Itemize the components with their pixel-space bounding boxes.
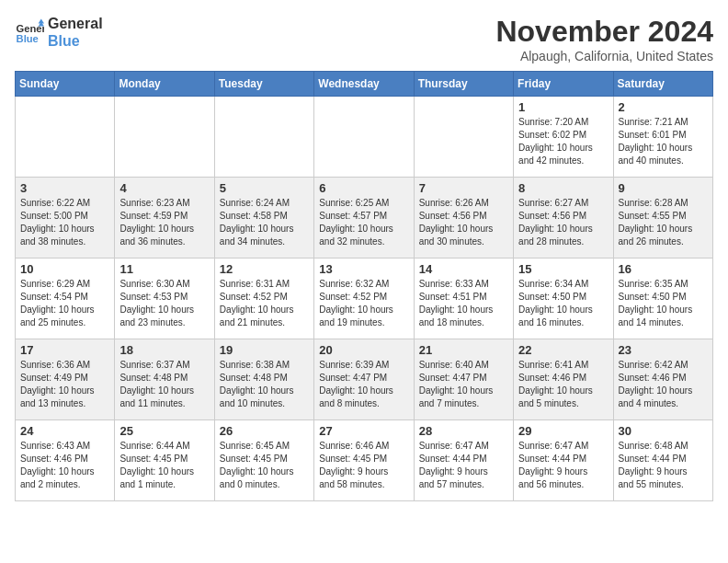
calendar-cell: 16Sunrise: 6:35 AM Sunset: 4:50 PM Dayli… [613, 259, 712, 339]
logo-blue: Blue [48, 32, 103, 50]
day-info: Sunrise: 6:36 AM Sunset: 4:49 PM Dayligh… [20, 359, 109, 410]
title-area: November 2024 Alpaugh, California, Unite… [495, 15, 713, 63]
logo: General Blue General Blue [15, 15, 103, 50]
calendar-cell: 2Sunrise: 7:21 AM Sunset: 6:01 PM Daylig… [613, 97, 712, 178]
calendar-cell [314, 97, 414, 178]
calendar-cell: 11Sunrise: 6:30 AM Sunset: 4:53 PM Dayli… [115, 259, 214, 339]
calendar-cell: 5Sunrise: 6:24 AM Sunset: 4:58 PM Daylig… [214, 178, 313, 259]
day-number: 24 [20, 424, 109, 438]
month-title: November 2024 [495, 15, 713, 49]
day-info: Sunrise: 7:21 AM Sunset: 6:01 PM Dayligh… [619, 116, 708, 167]
day-info: Sunrise: 6:30 AM Sunset: 4:53 PM Dayligh… [119, 278, 209, 329]
day-number: 26 [220, 424, 309, 438]
calendar-cell: 9Sunrise: 6:28 AM Sunset: 4:55 PM Daylig… [613, 178, 712, 259]
day-number: 5 [220, 181, 309, 195]
weekday-header: Saturday [613, 72, 712, 97]
day-number: 9 [619, 181, 708, 195]
weekday-header: Tuesday [214, 72, 313, 97]
calendar-cell [16, 97, 115, 178]
day-number: 1 [518, 100, 608, 114]
weekday-header: Sunday [16, 72, 115, 97]
calendar-header-row: SundayMondayTuesdayWednesdayThursdayFrid… [16, 72, 713, 97]
calendar-cell: 13Sunrise: 6:32 AM Sunset: 4:52 PM Dayli… [314, 259, 414, 339]
day-number: 27 [319, 424, 408, 438]
day-number: 10 [20, 262, 109, 276]
calendar-cell: 12Sunrise: 6:31 AM Sunset: 4:52 PM Dayli… [214, 259, 313, 339]
weekday-header: Friday [514, 72, 613, 97]
day-info: Sunrise: 6:43 AM Sunset: 4:46 PM Dayligh… [20, 440, 109, 491]
calendar-cell: 7Sunrise: 6:26 AM Sunset: 4:56 PM Daylig… [414, 178, 513, 259]
day-info: Sunrise: 6:48 AM Sunset: 4:44 PM Dayligh… [619, 440, 708, 491]
header: General Blue General Blue November 2024 … [15, 15, 713, 63]
day-number: 2 [619, 100, 708, 114]
calendar-cell: 27Sunrise: 6:46 AM Sunset: 4:45 PM Dayli… [314, 420, 414, 501]
day-info: Sunrise: 6:22 AM Sunset: 5:00 PM Dayligh… [20, 197, 109, 248]
day-number: 23 [619, 343, 708, 357]
calendar-cell: 4Sunrise: 6:23 AM Sunset: 4:59 PM Daylig… [115, 178, 214, 259]
day-number: 25 [119, 424, 209, 438]
day-info: Sunrise: 6:44 AM Sunset: 4:45 PM Dayligh… [119, 440, 209, 491]
day-number: 15 [518, 262, 608, 276]
day-number: 13 [319, 262, 408, 276]
calendar-cell: 22Sunrise: 6:41 AM Sunset: 4:46 PM Dayli… [514, 339, 613, 420]
calendar-week-row: 1Sunrise: 7:20 AM Sunset: 6:02 PM Daylig… [16, 97, 713, 178]
day-number: 11 [119, 262, 209, 276]
day-number: 12 [220, 262, 309, 276]
calendar-cell: 14Sunrise: 6:33 AM Sunset: 4:51 PM Dayli… [414, 259, 513, 339]
calendar-cell: 26Sunrise: 6:45 AM Sunset: 4:45 PM Dayli… [214, 420, 313, 501]
calendar-cell: 18Sunrise: 6:37 AM Sunset: 4:48 PM Dayli… [115, 339, 214, 420]
day-info: Sunrise: 6:42 AM Sunset: 4:46 PM Dayligh… [619, 359, 708, 410]
logo-icon: General Blue [15, 17, 44, 47]
day-info: Sunrise: 6:31 AM Sunset: 4:52 PM Dayligh… [220, 278, 309, 329]
day-number: 6 [319, 181, 408, 195]
day-info: Sunrise: 6:37 AM Sunset: 4:48 PM Dayligh… [119, 359, 209, 410]
calendar-cell: 19Sunrise: 6:38 AM Sunset: 4:48 PM Dayli… [214, 339, 313, 420]
day-number: 16 [619, 262, 708, 276]
day-info: Sunrise: 6:34 AM Sunset: 4:50 PM Dayligh… [518, 278, 608, 329]
day-info: Sunrise: 6:24 AM Sunset: 4:58 PM Dayligh… [220, 197, 309, 248]
weekday-header: Thursday [414, 72, 513, 97]
day-info: Sunrise: 6:27 AM Sunset: 4:56 PM Dayligh… [518, 197, 608, 248]
day-number: 22 [518, 343, 608, 357]
calendar-week-row: 24Sunrise: 6:43 AM Sunset: 4:46 PM Dayli… [16, 420, 713, 501]
calendar-body: 1Sunrise: 7:20 AM Sunset: 6:02 PM Daylig… [16, 97, 713, 501]
day-number: 17 [20, 343, 109, 357]
calendar-cell: 1Sunrise: 7:20 AM Sunset: 6:02 PM Daylig… [514, 97, 613, 178]
weekday-header: Monday [115, 72, 214, 97]
day-info: Sunrise: 6:45 AM Sunset: 4:45 PM Dayligh… [220, 440, 309, 491]
calendar-cell: 24Sunrise: 6:43 AM Sunset: 4:46 PM Dayli… [16, 420, 115, 501]
calendar-cell: 30Sunrise: 6:48 AM Sunset: 4:44 PM Dayli… [613, 420, 712, 501]
day-info: Sunrise: 6:39 AM Sunset: 4:47 PM Dayligh… [319, 359, 408, 410]
day-number: 8 [518, 181, 608, 195]
weekday-header: Wednesday [314, 72, 414, 97]
calendar-cell [115, 97, 214, 178]
day-info: Sunrise: 6:29 AM Sunset: 4:54 PM Dayligh… [20, 278, 109, 329]
calendar-cell: 10Sunrise: 6:29 AM Sunset: 4:54 PM Dayli… [16, 259, 115, 339]
calendar-cell: 17Sunrise: 6:36 AM Sunset: 4:49 PM Dayli… [16, 339, 115, 420]
location: Alpaugh, California, United States [495, 49, 713, 63]
calendar-cell [214, 97, 313, 178]
calendar-cell: 28Sunrise: 6:47 AM Sunset: 4:44 PM Dayli… [414, 420, 513, 501]
calendar-table: SundayMondayTuesdayWednesdayThursdayFrid… [15, 71, 713, 501]
calendar-cell: 29Sunrise: 6:47 AM Sunset: 4:44 PM Dayli… [514, 420, 613, 501]
day-info: Sunrise: 6:46 AM Sunset: 4:45 PM Dayligh… [319, 440, 408, 491]
calendar-cell: 8Sunrise: 6:27 AM Sunset: 4:56 PM Daylig… [514, 178, 613, 259]
calendar-week-row: 17Sunrise: 6:36 AM Sunset: 4:49 PM Dayli… [16, 339, 713, 420]
day-number: 29 [518, 424, 608, 438]
day-info: Sunrise: 7:20 AM Sunset: 6:02 PM Dayligh… [518, 116, 608, 167]
day-number: 4 [119, 181, 209, 195]
calendar-cell: 6Sunrise: 6:25 AM Sunset: 4:57 PM Daylig… [314, 178, 414, 259]
day-info: Sunrise: 6:28 AM Sunset: 4:55 PM Dayligh… [619, 197, 708, 248]
calendar-cell: 15Sunrise: 6:34 AM Sunset: 4:50 PM Dayli… [514, 259, 613, 339]
day-number: 3 [20, 181, 109, 195]
day-number: 14 [419, 262, 508, 276]
calendar-week-row: 3Sunrise: 6:22 AM Sunset: 5:00 PM Daylig… [16, 178, 713, 259]
day-info: Sunrise: 6:25 AM Sunset: 4:57 PM Dayligh… [319, 197, 408, 248]
day-number: 28 [419, 424, 508, 438]
calendar-cell [414, 97, 513, 178]
day-info: Sunrise: 6:35 AM Sunset: 4:50 PM Dayligh… [619, 278, 708, 329]
day-info: Sunrise: 6:47 AM Sunset: 4:44 PM Dayligh… [419, 440, 508, 491]
day-info: Sunrise: 6:40 AM Sunset: 4:47 PM Dayligh… [419, 359, 508, 410]
day-number: 7 [419, 181, 508, 195]
day-info: Sunrise: 6:23 AM Sunset: 4:59 PM Dayligh… [119, 197, 209, 248]
